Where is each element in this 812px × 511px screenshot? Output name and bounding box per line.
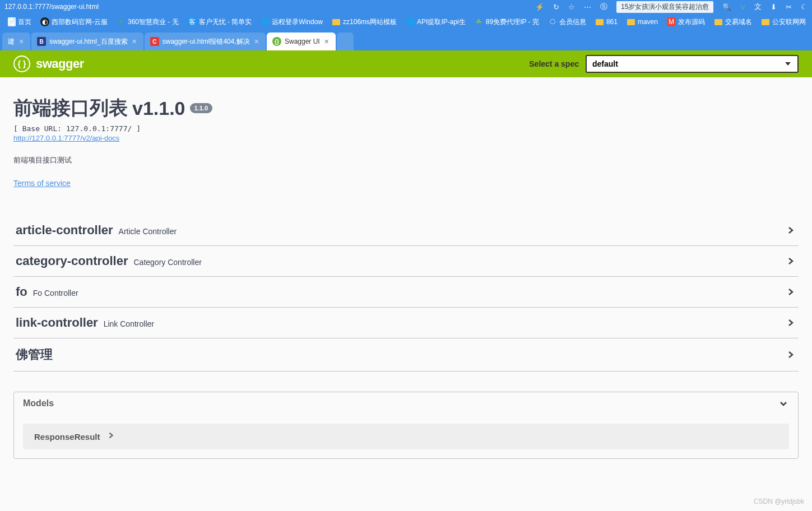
url-text[interactable]: 127.0.0.1:7777/swagger-ui.html	[4, 3, 535, 11]
folder-icon	[627, 17, 635, 26]
bookmark-label: 客户无忧 - 简单实	[199, 17, 252, 27]
folder-icon	[714, 17, 723, 26]
globe-icon: 🌐	[406, 17, 415, 26]
controller-item[interactable]: article-controllerArticle Controller	[13, 215, 799, 246]
bookmark-label: 远程登录Window	[272, 17, 323, 27]
search-icon[interactable]: 🔍	[722, 3, 731, 11]
bookmark-label: zz106ms网站模板	[343, 17, 397, 27]
bookmark-item[interactable]: M发布源码	[663, 16, 708, 28]
chevron-right-icon	[785, 317, 796, 328]
chevron-right-icon	[785, 286, 796, 298]
flash-icon[interactable]: ⚡	[535, 3, 544, 11]
close-icon[interactable]: ×	[18, 37, 25, 46]
controller-item[interactable]: foFo Controller	[13, 277, 799, 308]
spec-dropdown[interactable]: default	[586, 55, 799, 73]
bookmark-label: API提取IP-api生	[417, 17, 466, 27]
tab-label: Swagger UI	[285, 38, 320, 45]
bookmark-item[interactable]: ◐西部数码官网-云服	[37, 16, 111, 28]
bookmark-item[interactable]: 📄首页	[4, 16, 35, 28]
bookmark-item[interactable]: 🌐远程登录Window	[257, 16, 326, 28]
bookmark-item[interactable]: 交易域名	[711, 16, 755, 28]
browser-tab[interactable]: {}Swagger UI×	[267, 32, 336, 50]
bookmark-label: maven	[638, 18, 658, 26]
swagger-logo-text: swagger	[36, 57, 84, 71]
browser-top-icons: ⚡ ↻ ☆ ⋯ Ⓢ 15岁女孩演小观音笑容超治愈 🔍 V 文 ⬇ ✂ ☾	[535, 1, 808, 13]
spec-selector: Select a spec default	[529, 55, 799, 73]
bookmark-item[interactable]: ✦360智慧商业 - 无	[113, 16, 182, 28]
browser-tab[interactable]: Cswagger-ui.html报错404,解决×	[145, 32, 266, 50]
api-info: 前端接口列表 v1.1.0 1.1.0 [ Base URL: 127.0.0.…	[13, 95, 799, 188]
folder-icon	[761, 17, 770, 26]
api-docs-link[interactable]: http://127.0.0.1:7777/v2/api-docs	[13, 134, 119, 142]
news-ticker[interactable]: 15岁女孩演小观音笑容超治愈	[616, 1, 713, 13]
controller-name: article-controller	[16, 223, 113, 238]
bookmark-item[interactable]: ☘89免费代理IP - 完	[471, 16, 542, 28]
bookmarks-bar: 📄首页◐西部数码官网-云服✦360智慧商业 - 无客客户无忧 - 简单实🌐远程登…	[0, 13, 812, 30]
bookmark-item[interactable]: 🌐API提取IP-api生	[402, 16, 469, 28]
version-badge: 1.1.0	[190, 103, 212, 113]
bookmark-item[interactable]: 客客户无忧 - 简单实	[184, 16, 256, 28]
vue-icon[interactable]: V	[740, 3, 745, 11]
screenshot-icon[interactable]: ✂	[786, 3, 792, 11]
bookmark-label: 360智慧商业 - 无	[128, 17, 179, 27]
bookmark-item[interactable]: zz106ms网站模板	[328, 16, 400, 28]
swagger-topbar: { } swagger Select a spec default	[0, 50, 812, 77]
chevron-down-icon	[778, 398, 789, 409]
browser-tab[interactable]: 建×	[2, 32, 30, 50]
globe-icon: 🌐	[261, 17, 270, 26]
api-title-text: 前端接口列表	[13, 95, 128, 121]
menu-icon[interactable]: ⋯	[584, 3, 591, 11]
api-title: 前端接口列表 v1.1.0 1.1.0	[13, 95, 799, 121]
browser-tab[interactable]: Bswagger-ui.html_百度搜索×	[31, 32, 143, 50]
translate-icon[interactable]: 文	[754, 2, 762, 12]
swagger-logo-icon: { }	[13, 55, 30, 72]
close-icon[interactable]: ×	[253, 37, 260, 46]
controller-item[interactable]: category-controllerCategory Controller	[13, 246, 799, 277]
bookmark-item[interactable]: 861	[592, 16, 621, 27]
chevron-right-icon	[785, 225, 796, 236]
controllers-list: article-controllerArticle Controllercate…	[13, 215, 799, 371]
site-icon: ◐	[40, 17, 49, 26]
controller-item[interactable]: 佛管理	[13, 338, 799, 371]
moon-icon[interactable]: ☾	[801, 3, 808, 11]
models-body: ResponseResult	[14, 415, 798, 458]
tabs-row: 建×Bswagger-ui.html_百度搜索×Cswagger-ui.html…	[0, 30, 812, 50]
controller-item[interactable]: link-controllerLink Controller	[13, 308, 799, 338]
swagger-logo[interactable]: { } swagger	[13, 55, 84, 72]
bookmark-label: 交易域名	[725, 17, 752, 27]
bookmark-label: 861	[606, 18, 618, 26]
controller-description: Fo Controller	[33, 289, 78, 298]
api-version-inline: v1.1.0	[132, 97, 185, 119]
controller-description: Article Controller	[119, 227, 177, 236]
terms-of-service-link[interactable]: Terms of service	[13, 179, 71, 188]
tab-label: swagger-ui.html报错404,解决	[163, 37, 250, 47]
favicon-baidu: B	[37, 37, 46, 46]
new-tab-button[interactable]	[337, 32, 354, 50]
bookmark-label: 公安联网网	[772, 17, 806, 27]
close-icon[interactable]: ×	[131, 37, 138, 46]
download-icon[interactable]: ⬇	[771, 3, 777, 11]
model-item[interactable]: ResponseResult	[23, 424, 789, 449]
refresh-icon[interactable]: ↻	[553, 3, 559, 11]
base-url: [ Base URL: 127.0.0.1:7777/ ]	[13, 124, 799, 133]
browser-address-bar: 127.0.0.1:7777/swagger-ui.html ⚡ ↻ ☆ ⋯ Ⓢ…	[0, 0, 812, 13]
controller-description: Link Controller	[104, 319, 154, 328]
bookmark-item[interactable]: 公安联网网	[758, 16, 809, 28]
controller-name: link-controller	[16, 315, 98, 330]
site-icon: ☘	[475, 17, 484, 26]
site-icon: M	[667, 17, 676, 26]
site-icon: 客	[188, 17, 197, 26]
close-icon[interactable]: ×	[323, 37, 330, 46]
models-header[interactable]: Models	[14, 392, 798, 415]
bookmark-item[interactable]: ⎔会员信息	[545, 16, 590, 28]
bookmark-item[interactable]: maven	[623, 16, 661, 27]
site-icon: ✦	[117, 17, 126, 26]
star-icon[interactable]: ☆	[568, 3, 575, 11]
bookmark-label: 会员信息	[559, 17, 586, 27]
models-section: Models ResponseResult	[13, 392, 799, 459]
bookmark-label: 89免费代理IP - 完	[486, 17, 539, 27]
sogou-icon[interactable]: Ⓢ	[600, 2, 607, 12]
favicon-csdn: C	[150, 37, 159, 46]
api-description: 前端项目接口测试	[13, 155, 799, 165]
controller-description: Category Controller	[134, 258, 202, 267]
